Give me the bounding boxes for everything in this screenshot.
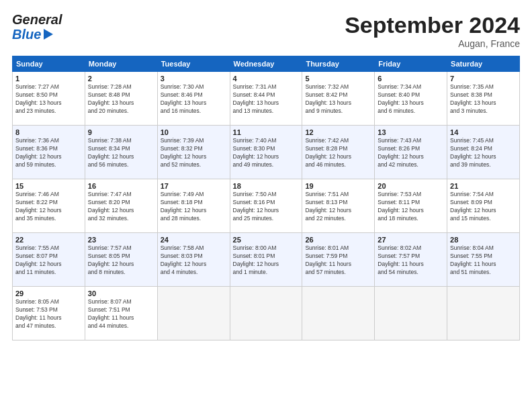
- day-cell-21: 21Sunrise: 7:54 AMSunset: 8:09 PMDayligh…: [447, 179, 520, 233]
- page: General Blue September 2024 Augan, Franc…: [0, 0, 532, 411]
- day-cell-22: 22Sunrise: 7:55 AMSunset: 8:07 PMDayligh…: [13, 233, 85, 287]
- location: Augan, France: [345, 38, 520, 49]
- day-info: Sunrise: 7:47 AMSunset: 8:20 PMDaylight:…: [88, 191, 154, 223]
- day-cell-17: 17Sunrise: 7:49 AMSunset: 8:18 PMDayligh…: [157, 179, 230, 233]
- day-number: 5: [305, 75, 371, 83]
- empty-cell: [230, 287, 302, 340]
- day-number: 13: [378, 128, 444, 136]
- day-info: Sunrise: 7:34 AMSunset: 8:40 PMDaylight:…: [378, 83, 444, 116]
- day-info: Sunrise: 7:57 AMSunset: 8:05 PMDaylight:…: [88, 244, 154, 277]
- day-info: Sunrise: 7:31 AMSunset: 8:44 PMDaylight:…: [233, 83, 300, 116]
- col-tuesday: Tuesday: [157, 56, 230, 72]
- empty-cell: [375, 287, 447, 340]
- calendar-week-row: 15Sunrise: 7:46 AMSunset: 8:22 PMDayligh…: [13, 179, 520, 233]
- calendar-week-row: 1Sunrise: 7:27 AMSunset: 8:50 PMDaylight…: [13, 72, 520, 126]
- day-number: 3: [161, 75, 227, 83]
- day-cell-12: 12Sunrise: 7:42 AMSunset: 8:28 PMDayligh…: [302, 126, 375, 179]
- day-info: Sunrise: 7:40 AMSunset: 8:30 PMDaylight:…: [233, 137, 300, 169]
- day-cell-16: 16Sunrise: 7:47 AMSunset: 8:20 PMDayligh…: [85, 179, 157, 233]
- empty-cell: [302, 287, 375, 340]
- day-info: Sunrise: 7:35 AMSunset: 8:38 PMDaylight:…: [450, 83, 517, 116]
- col-friday: Friday: [375, 56, 447, 72]
- day-number: 14: [450, 128, 517, 136]
- day-info: Sunrise: 8:02 AMSunset: 7:57 PMDaylight:…: [378, 244, 444, 277]
- day-cell-13: 13Sunrise: 7:43 AMSunset: 8:26 PMDayligh…: [375, 126, 447, 179]
- day-cell-20: 20Sunrise: 7:53 AMSunset: 8:11 PMDayligh…: [375, 179, 447, 233]
- logo-arrow-icon: [44, 29, 53, 40]
- day-info: Sunrise: 7:55 AMSunset: 8:07 PMDaylight:…: [15, 244, 82, 277]
- day-number: 30: [88, 289, 154, 298]
- day-info: Sunrise: 7:49 AMSunset: 8:18 PMDaylight:…: [161, 191, 227, 223]
- day-info: Sunrise: 7:45 AMSunset: 8:24 PMDaylight:…: [450, 137, 517, 169]
- day-number: 28: [450, 236, 517, 244]
- day-info: Sunrise: 8:04 AMSunset: 7:55 PMDaylight:…: [450, 244, 517, 277]
- day-cell-9: 9Sunrise: 7:38 AMSunset: 8:34 PMDaylight…: [85, 126, 157, 179]
- day-number: 23: [88, 236, 154, 244]
- day-number: 29: [15, 289, 82, 298]
- col-wednesday: Wednesday: [230, 56, 302, 72]
- day-info: Sunrise: 7:51 AMSunset: 8:13 PMDaylight:…: [305, 191, 371, 223]
- col-sunday: Sunday: [13, 56, 85, 72]
- day-cell-4: 4Sunrise: 7:31 AMSunset: 8:44 PMDaylight…: [230, 72, 302, 126]
- day-info: Sunrise: 7:38 AMSunset: 8:34 PMDaylight:…: [88, 137, 154, 169]
- day-info: Sunrise: 8:05 AMSunset: 7:53 PMDaylight:…: [15, 298, 82, 330]
- day-cell-8: 8Sunrise: 7:36 AMSunset: 8:36 PMDaylight…: [13, 126, 85, 179]
- day-number: 11: [233, 128, 300, 136]
- day-number: 1: [15, 75, 82, 83]
- col-thursday: Thursday: [302, 56, 375, 72]
- calendar-table: Sunday Monday Tuesday Wednesday Thursday…: [12, 56, 520, 340]
- day-cell-1: 1Sunrise: 7:27 AMSunset: 8:50 PMDaylight…: [13, 72, 85, 126]
- day-info: Sunrise: 8:00 AMSunset: 8:01 PMDaylight:…: [233, 244, 300, 277]
- day-number: 4: [233, 75, 300, 83]
- logo-general-text: General: [12, 12, 62, 27]
- day-number: 8: [15, 128, 82, 136]
- day-cell-19: 19Sunrise: 7:51 AMSunset: 8:13 PMDayligh…: [302, 179, 375, 233]
- day-cell-15: 15Sunrise: 7:46 AMSunset: 8:22 PMDayligh…: [13, 179, 85, 233]
- day-cell-26: 26Sunrise: 8:01 AMSunset: 7:59 PMDayligh…: [302, 233, 375, 287]
- day-number: 20: [378, 182, 444, 190]
- day-info: Sunrise: 7:42 AMSunset: 8:28 PMDaylight:…: [305, 137, 371, 169]
- day-info: Sunrise: 7:32 AMSunset: 8:42 PMDaylight:…: [305, 83, 371, 116]
- day-cell-5: 5Sunrise: 7:32 AMSunset: 8:42 PMDaylight…: [302, 72, 375, 126]
- day-info: Sunrise: 7:39 AMSunset: 8:32 PMDaylight:…: [161, 137, 227, 169]
- day-info: Sunrise: 7:36 AMSunset: 8:36 PMDaylight:…: [15, 137, 82, 169]
- day-cell-11: 11Sunrise: 7:40 AMSunset: 8:30 PMDayligh…: [230, 126, 302, 179]
- calendar-header-row: Sunday Monday Tuesday Wednesday Thursday…: [13, 56, 520, 72]
- logo: General Blue: [12, 12, 62, 42]
- day-info: Sunrise: 8:01 AMSunset: 7:59 PMDaylight:…: [305, 244, 371, 277]
- day-number: 18: [233, 182, 300, 190]
- day-number: 26: [305, 236, 371, 244]
- logo-blue-line: Blue: [12, 27, 53, 42]
- col-monday: Monday: [85, 56, 157, 72]
- day-info: Sunrise: 7:53 AMSunset: 8:11 PMDaylight:…: [378, 191, 444, 223]
- day-number: 9: [88, 128, 154, 136]
- day-info: Sunrise: 7:54 AMSunset: 8:09 PMDaylight:…: [450, 191, 517, 223]
- day-info: Sunrise: 7:58 AMSunset: 8:03 PMDaylight:…: [161, 244, 227, 277]
- day-cell-30: 30Sunrise: 8:07 AMSunset: 7:51 PMDayligh…: [85, 287, 157, 340]
- day-number: 7: [450, 75, 517, 83]
- day-number: 27: [378, 236, 444, 244]
- day-info: Sunrise: 8:07 AMSunset: 7:51 PMDaylight:…: [88, 298, 154, 330]
- day-number: 22: [15, 236, 82, 244]
- calendar-week-row: 22Sunrise: 7:55 AMSunset: 8:07 PMDayligh…: [13, 233, 520, 287]
- day-cell-24: 24Sunrise: 7:58 AMSunset: 8:03 PMDayligh…: [157, 233, 230, 287]
- day-cell-2: 2Sunrise: 7:28 AMSunset: 8:48 PMDaylight…: [85, 72, 157, 126]
- month-title: September 2024: [345, 12, 520, 38]
- calendar-week-row: 8Sunrise: 7:36 AMSunset: 8:36 PMDaylight…: [13, 126, 520, 179]
- day-number: 25: [233, 236, 300, 244]
- day-number: 17: [161, 182, 227, 190]
- day-info: Sunrise: 7:30 AMSunset: 8:46 PMDaylight:…: [161, 83, 227, 116]
- day-cell-18: 18Sunrise: 7:50 AMSunset: 8:16 PMDayligh…: [230, 179, 302, 233]
- empty-cell: [157, 287, 230, 340]
- title-section: September 2024 Augan, France: [345, 12, 520, 49]
- day-info: Sunrise: 7:46 AMSunset: 8:22 PMDaylight:…: [15, 191, 82, 223]
- day-number: 6: [378, 75, 444, 83]
- day-cell-10: 10Sunrise: 7:39 AMSunset: 8:32 PMDayligh…: [157, 126, 230, 179]
- day-info: Sunrise: 7:43 AMSunset: 8:26 PMDaylight:…: [378, 137, 444, 169]
- day-info: Sunrise: 7:28 AMSunset: 8:48 PMDaylight:…: [88, 83, 154, 116]
- empty-cell: [447, 287, 520, 340]
- day-cell-28: 28Sunrise: 8:04 AMSunset: 7:55 PMDayligh…: [447, 233, 520, 287]
- day-number: 2: [88, 75, 154, 83]
- day-cell-14: 14Sunrise: 7:45 AMSunset: 8:24 PMDayligh…: [447, 126, 520, 179]
- day-number: 19: [305, 182, 371, 190]
